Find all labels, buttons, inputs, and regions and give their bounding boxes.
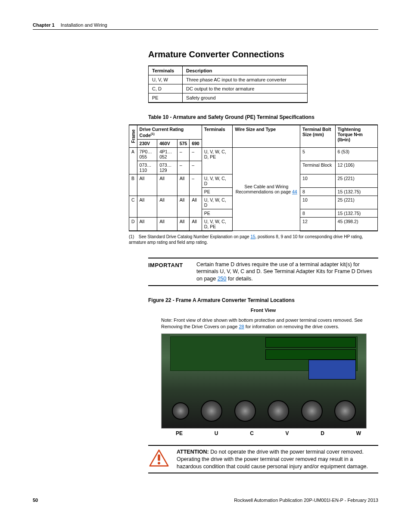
table-row: C, D DC output to the motor armature [149, 84, 308, 93]
terminal-pe [172, 402, 189, 420]
warning-triangle-icon [149, 449, 169, 467]
label-pe: PE [176, 430, 183, 436]
terminal-w [334, 400, 356, 422]
blue-terminal-block [308, 360, 356, 380]
chapter-label: Chapter 1 [33, 22, 55, 28]
terminal-labels: PE U C V D W [161, 430, 378, 436]
terminals-description-table: Terminals Description U, V, W Three phas… [148, 65, 308, 103]
figure-note: Note: Front view of drive shown with bot… [161, 317, 378, 330]
important-label: IMPORTANT [148, 261, 196, 283]
label-u: U [215, 430, 218, 436]
important-message: Certain frame D drives require the use o… [196, 261, 378, 283]
figure22-caption: Figure 22 - Frame A Armature Converter T… [148, 297, 378, 303]
wire-cell: See Cable and Wiring Recommendations on … [233, 147, 300, 231]
connector-strip [265, 349, 356, 360]
th-terminals: Terminals [149, 66, 183, 75]
page-footer: 50 Rockwell Automation Publication 20P-U… [33, 498, 378, 503]
label-w: W [356, 430, 361, 436]
page-title: Armature Converter Connections [148, 50, 378, 59]
connector-strip [265, 337, 356, 348]
th-description: Description [183, 66, 308, 75]
page-link-28[interactable]: 28 [239, 324, 244, 329]
svg-rect-1 [158, 454, 160, 461]
terminal-row [172, 398, 356, 424]
table10-caption: Table 10 - Armature and Safety Ground (P… [148, 114, 378, 120]
th-drive-code: Drive Current Rating Code(1) [137, 125, 202, 139]
page-link-250[interactable]: 250 [218, 276, 227, 282]
terminal-d [301, 400, 323, 422]
label-d: D [321, 430, 324, 436]
terminal-c [234, 400, 256, 422]
terminal-specifications-table: Frame Drive Current Rating Code(1) Termi… [129, 124, 378, 231]
th-frame: Frame [129, 125, 137, 147]
terminal-u [201, 400, 222, 422]
table-row: U, V, W Three phase AC input to the arma… [149, 75, 308, 84]
page-link-15[interactable]: 15 [250, 234, 255, 239]
page-link-44[interactable]: 44 [292, 189, 297, 194]
th-terminals: Terminals [202, 125, 233, 147]
attention-message: ATTENTION: Do not operate the drive with… [177, 448, 378, 470]
th-torque: Tightening Torque N•m (lb•in) [335, 125, 377, 147]
th-bolt: Terminal Bolt Size (mm) [300, 125, 335, 147]
terminal-photo [161, 333, 367, 429]
svg-point-2 [158, 462, 160, 464]
attention-label: ATTENTION: [177, 449, 209, 455]
table-row: A 7P0…055 4P1…052 – – U, V, W, C, D, PE … [129, 147, 378, 161]
label-c: C [250, 430, 254, 436]
label-v: V [286, 430, 289, 436]
important-callout: IMPORTANT Certain frame D drives require… [148, 258, 378, 286]
attention-callout: ATTENTION: Do not operate the drive with… [148, 445, 378, 474]
th-wire: Wire Size and Type [233, 125, 300, 147]
page-number: 50 [33, 498, 38, 503]
terminal-photo-wrap: PE U C V D W [161, 333, 378, 436]
table-row: PE Safety ground [149, 93, 308, 103]
publication-info: Rockwell Automation Publication 20P-UM00… [234, 498, 378, 503]
terminal-v [268, 400, 289, 422]
front-view-label: Front View [148, 308, 378, 313]
running-header: Chapter 1 Installation and Wiring [33, 22, 378, 30]
section-label: Installation and Wiring [61, 22, 107, 28]
table-footnote: (1) See Standard Drive Catalog Number Ex… [129, 234, 378, 246]
